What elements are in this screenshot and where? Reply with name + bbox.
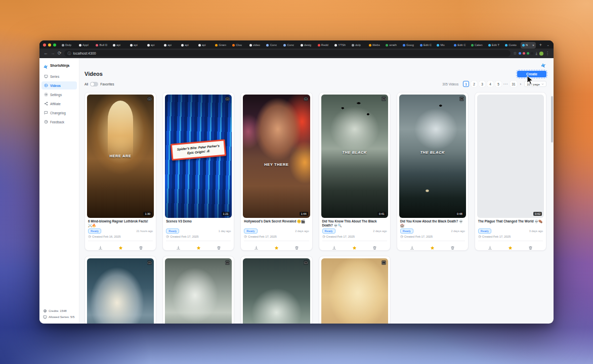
delete-button[interactable] (450, 243, 455, 248)
browser-tab[interactable]: Edit T (487, 42, 503, 49)
sidebar-item-affiliate[interactable]: Affiliate (41, 100, 77, 108)
browser-tab[interactable]: Conc (265, 42, 281, 49)
browser-tab[interactable]: Webs (367, 42, 384, 49)
favorite-button[interactable] (274, 243, 279, 248)
delete-button[interactable] (372, 243, 377, 248)
browser-tab[interactable]: dolp (350, 42, 367, 49)
sidebar-item-videos[interactable]: Videos (41, 81, 77, 89)
video-card[interactable]: 0:42The Plague That Changed The World 💀⚰… (475, 92, 546, 251)
download-button[interactable] (410, 243, 414, 248)
download-button[interactable] (332, 243, 336, 248)
download-button[interactable] (176, 243, 181, 248)
browser-tab[interactable]: N× (521, 42, 536, 49)
new-tab-button[interactable]: + (537, 43, 544, 48)
browser-tab[interactable]: wrath (384, 42, 401, 49)
browser-tab[interactable]: Mo (435, 42, 452, 49)
favorite-button[interactable] (196, 243, 201, 248)
extension-icon-2[interactable] (523, 52, 525, 55)
back-button[interactable]: ← (44, 51, 48, 56)
zoom-window-button[interactable] (53, 43, 56, 47)
video-card[interactable] (84, 256, 156, 324)
browser-menu-icon[interactable]: ⋮ (545, 52, 549, 56)
favorite-button[interactable] (430, 243, 435, 248)
app-logo[interactable]: ShortsNinja (39, 58, 79, 72)
browser-tab[interactable]: Edit C (452, 42, 469, 49)
bookmark-star-icon[interactable]: ☆ (513, 52, 517, 56)
download-button[interactable] (254, 243, 259, 248)
tab-close-icon[interactable]: × (532, 43, 534, 47)
sidebar-item-settings[interactable]: Settings (41, 90, 77, 99)
browser-tab[interactable]: api (129, 42, 145, 49)
sidebar-item-series[interactable]: Series (41, 72, 77, 80)
site-info-icon[interactable]: ⓘ (68, 51, 71, 56)
forward-button[interactable]: → (51, 51, 55, 56)
page-button-5[interactable]: 5 (495, 81, 501, 87)
favorite-button[interactable] (352, 243, 357, 248)
browser-tab[interactable]: Clou (231, 42, 247, 49)
browser-tab[interactable]: Appl (77, 42, 94, 49)
shortsninja-logo-mark[interactable] (540, 62, 546, 68)
browser-tab[interactable]: api (146, 42, 162, 49)
browser-tab[interactable]: Calen (470, 42, 486, 49)
reload-button[interactable]: ⟳ (58, 51, 62, 56)
video-thumbnail[interactable] (165, 258, 232, 324)
video-thumbnail[interactable]: HERE ARE1:30 (87, 95, 154, 218)
page-button-4[interactable]: 4 (487, 81, 493, 87)
profile-avatar[interactable] (539, 52, 543, 56)
delete-button[interactable] (217, 243, 221, 248)
extension-icon-3[interactable] (527, 52, 529, 55)
browser-tab[interactable]: Bull D (94, 42, 111, 49)
download-button[interactable] (98, 243, 103, 248)
sidebar-item-feedback[interactable]: Feedback (41, 118, 77, 126)
video-card[interactable]: HEY THERE1:44Hollywood's Dark Secret Rev… (240, 92, 312, 251)
browser-tab[interactable]: api (162, 42, 179, 49)
favorite-button[interactable] (118, 243, 123, 248)
delete-button[interactable] (294, 243, 299, 248)
browser-tab[interactable]: Gram (214, 42, 230, 49)
browser-tab[interactable]: YTSh (333, 42, 350, 49)
video-card[interactable]: THE BLACK0:41Did You Know This About The… (319, 92, 391, 251)
scrollbar[interactable] (551, 96, 553, 143)
video-card[interactable] (162, 256, 234, 324)
page-button-2[interactable]: 2 (471, 81, 477, 87)
video-thumbnail[interactable] (321, 258, 388, 324)
page-button-31[interactable]: 31 (510, 81, 517, 87)
close-window-button[interactable] (43, 43, 46, 47)
video-thumbnail[interactable] (243, 258, 310, 324)
video-card[interactable] (240, 256, 312, 324)
favorite-button[interactable] (508, 243, 513, 248)
browser-tab[interactable]: api (180, 42, 196, 49)
extension-icon-1[interactable] (519, 52, 521, 55)
minimize-window-button[interactable] (48, 43, 51, 47)
browser-tab[interactable]: Redd (316, 42, 333, 49)
browser-tab[interactable]: Conc (282, 42, 299, 49)
sidebar-item-changelog[interactable]: Changelog (41, 109, 77, 117)
video-thumbnail[interactable]: Spider's Bite: Peter Parker's Epic Origi… (165, 95, 232, 218)
video-thumbnail[interactable]: THE BLACK0:41 (321, 95, 388, 218)
video-card[interactable]: Spider's Bite: Peter Parker's Epic Origi… (162, 92, 234, 251)
extension-icon-4[interactable] (531, 52, 533, 55)
browser-tab[interactable]: video (248, 42, 265, 49)
browser-tab[interactable]: Dolp (60, 42, 77, 49)
browser-tab[interactable]: Custo (503, 42, 520, 49)
delete-button[interactable] (139, 243, 143, 248)
address-bar[interactable]: ⓘ localhost:4300 (64, 50, 511, 57)
delete-button[interactable] (528, 243, 533, 248)
browser-tab[interactable]: api (111, 42, 128, 49)
browser-tab[interactable]: Goog (401, 42, 418, 49)
page-button-1[interactable]: 1 (463, 81, 469, 87)
tab-search-chevron-icon[interactable]: ⌄ (545, 43, 550, 47)
video-card[interactable] (319, 256, 391, 324)
video-thumbnail[interactable]: 0:42 (477, 95, 544, 218)
favorites-toggle[interactable] (90, 82, 98, 86)
video-card[interactable]: THE BLACK0:48Did You Know About the Blac… (397, 92, 469, 251)
browser-tab[interactable]: desig (299, 42, 316, 49)
browser-tab[interactable]: Edit C (418, 42, 435, 49)
video-thumbnail[interactable]: THE BLACK0:48 (399, 95, 466, 218)
page-button-3[interactable]: 3 (479, 81, 485, 87)
video-thumbnail[interactable]: HEY THERE1:44 (243, 95, 310, 218)
video-thumbnail[interactable] (87, 258, 154, 324)
video-card[interactable]: HERE ARE1:306 Mind-blowing Ragnar Lothbr… (84, 92, 156, 251)
next-page-button[interactable]: › (519, 82, 523, 86)
download-tray-icon[interactable]: ⤓ (535, 52, 537, 56)
